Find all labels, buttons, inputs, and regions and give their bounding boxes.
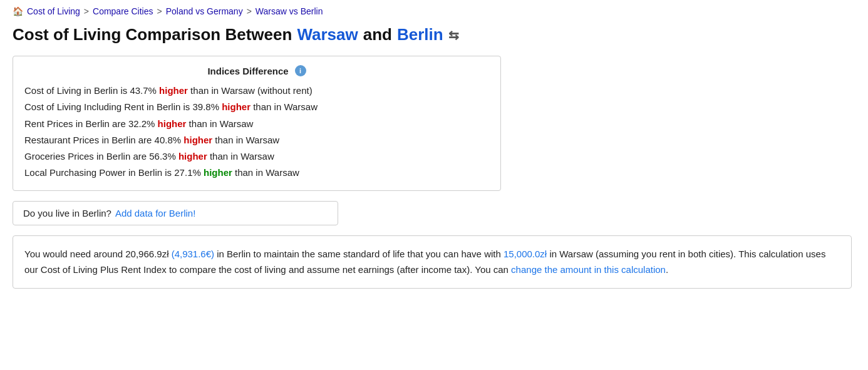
row4-after: than in Warsaw (212, 135, 279, 145)
breadcrumb-sep-2: > (157, 6, 162, 16)
row1-highlight: higher (159, 85, 188, 96)
home-icon: 🏠 (13, 6, 23, 16)
row6-after: than in Warsaw (232, 167, 299, 178)
row3-after: than in Warsaw (186, 118, 253, 129)
title-prefix: Cost of Living Comparison Between (13, 25, 292, 44)
indices-row-1: Cost of Living in Berlin is 43.7% higher… (24, 83, 489, 99)
row4-highlight: higher (183, 135, 212, 145)
row5-before: Groceries Prices in Berlin are 56.3% (24, 151, 178, 162)
row2-after: than in Warsaw (251, 101, 318, 112)
title-middle: and (363, 25, 392, 44)
info-icon[interactable]: i (295, 65, 306, 76)
indices-row-4: Restaurant Prices in Berlin are 40.8% hi… (24, 132, 489, 148)
summary-box: You would need around 20,966.9zł (4,931.… (13, 235, 852, 289)
row5-highlight: higher (178, 151, 207, 162)
summary-warsaw-amount: 15,000.0zł (504, 249, 547, 259)
breadcrumb-poland-germany[interactable]: Poland vs Germany (166, 6, 243, 16)
summary-text1: You would need around 20,966.9zł (24, 249, 168, 259)
summary-text4: . (666, 264, 668, 275)
row2-highlight: higher (222, 101, 251, 112)
add-data-link[interactable]: Add data for Berlin! (115, 208, 195, 218)
breadcrumb-sep-3: > (247, 6, 252, 16)
change-amount-link[interactable]: change the amount in this calculation (511, 264, 666, 275)
row1-after: than in Warsaw (without rent) (188, 85, 313, 96)
row1-before: Cost of Living in Berlin is 43.7% (24, 85, 159, 96)
page-title: Cost of Living Comparison Between Warsaw… (13, 25, 855, 44)
indices-row-6: Local Purchasing Power in Berlin is 27.1… (24, 165, 489, 181)
row2-before: Cost of Living Including Rent in Berlin … (24, 101, 222, 112)
indices-row-2: Cost of Living Including Rent in Berlin … (24, 99, 489, 115)
live-box-text: Do you live in Berlin? (23, 208, 111, 218)
city2-name: Berlin (397, 25, 443, 44)
city1-name: Warsaw (297, 25, 358, 44)
live-box: Do you live in Berlin? Add data for Berl… (13, 201, 338, 225)
indices-header: Indices Difference i (24, 65, 489, 76)
indices-box: Indices Difference i Cost of Living in B… (13, 56, 501, 191)
row3-before: Rent Prices in Berlin are 32.2% (24, 118, 158, 129)
indices-title: Indices Difference (207, 66, 288, 76)
indices-row-3: Rent Prices in Berlin are 32.2% higher t… (24, 116, 489, 132)
row4-before: Restaurant Prices in Berlin are 40.8% (24, 135, 183, 145)
indices-row-5: Groceries Prices in Berlin are 56.3% hig… (24, 148, 489, 165)
summary-euro-amount: (4,931.6€) (172, 249, 214, 259)
row6-highlight: higher (204, 167, 232, 178)
row6-before: Local Purchasing Power in Berlin is 27.1… (24, 167, 204, 178)
breadcrumb-compare-cities[interactable]: Compare Cities (93, 6, 153, 16)
breadcrumb: 🏠 Cost of Living > Compare Cities > Pola… (13, 6, 855, 16)
indices-rows: Cost of Living in Berlin is 43.7% higher… (24, 83, 489, 182)
breadcrumb-sep-1: > (84, 6, 89, 16)
row3-highlight: higher (158, 118, 187, 129)
summary-text2: in Berlin to maintain the same standard … (217, 249, 501, 259)
breadcrumb-warsaw-berlin[interactable]: Warsaw vs Berlin (256, 6, 323, 16)
breadcrumb-cost-of-living[interactable]: Cost of Living (27, 6, 80, 16)
swap-cities-icon[interactable]: ⇆ (448, 28, 459, 43)
row5-after: than in Warsaw (207, 151, 274, 162)
